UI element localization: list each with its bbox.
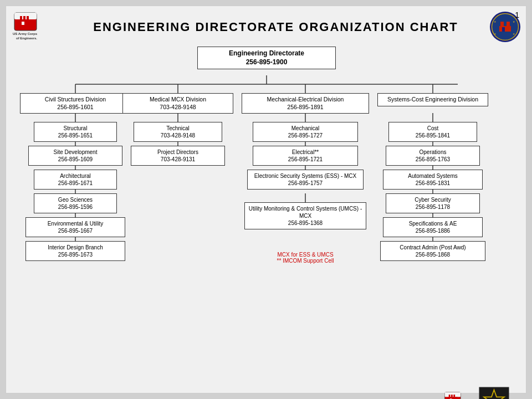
division-systems: Systems-Cost Engineering Division: [377, 93, 488, 106]
svg-rect-3: [23, 16, 25, 19]
footer: US Army Corps of Engineers. U.S.ARMY: [12, 387, 520, 399]
note-line1: MCX for ESS & UMCS: [250, 252, 361, 258]
medical-section-1: Project Directors 703-428-9131: [131, 146, 225, 166]
mechanical-name: Mechanical-Electrical Division: [245, 96, 365, 104]
mcx-note: MCX for ESS & UMCS ** IMCOM Support Cell: [250, 252, 361, 264]
division-mechanical: Mechanical-Electrical Division 256-895-1…: [242, 93, 369, 114]
svg-rect-14: [502, 27, 505, 32]
svg-rect-5: [19, 19, 32, 25]
svg-rect-2: [20, 16, 22, 19]
svg-rect-13: [499, 26, 511, 32]
svg-rect-12: [507, 22, 510, 26]
army-logo-svg: US Army Corps of Engineers.: [12, 12, 50, 42]
svg-rect-11: [500, 22, 504, 26]
army-corps-logo-left: US Army Corps of Engineers.: [12, 12, 50, 42]
sys-section-4: Specifications & AE 256-895-1886: [383, 217, 483, 237]
svg-rect-46: [451, 395, 453, 397]
sys-section-2: Automated Systems 256-895-1831: [383, 170, 483, 190]
svg-rect-44: [445, 392, 461, 397]
mech-section-1: Electrical** 256-895-1721: [253, 146, 358, 166]
civil-phone: 256-895-1601: [24, 104, 127, 111]
svg-rect-6: [22, 22, 24, 25]
svg-rect-48: [448, 397, 457, 399]
svg-rect-45: [449, 395, 451, 397]
civil-section-2: Architectural 256-895-1671: [34, 170, 117, 190]
civil-section-4: Environmental & Utility 256-895-1667: [25, 217, 125, 237]
footer-corps-logo: US Army Corps of Engineers.: [443, 391, 470, 400]
mechanical-phone: 256-895-1891: [245, 104, 365, 111]
division-civil: Civil Structures Division 256-895-1601: [20, 93, 131, 114]
footer-corps-svg: US Army Corps of Engineers.: [443, 391, 470, 400]
medical-section-0: Technical 703-428-9148: [134, 122, 222, 142]
civil-section-5: Interior Design Branch 256-895-1673: [25, 241, 125, 261]
sys-section-0: Cost 256-895-1841: [388, 122, 477, 142]
footer-army-svg: U.S.ARMY: [479, 387, 509, 399]
mech-section-2: Electronic Security Systems (ESS) - MCX …: [247, 170, 364, 190]
org-chart: Engineering Directorate 256-895-1900 Civ…: [12, 47, 521, 385]
svg-rect-47: [453, 395, 455, 397]
systems-name: Systems-Cost Engineering Division: [381, 96, 484, 104]
medical-name: Medical MCX Division: [126, 96, 229, 104]
note-line2: ** IMCOM Support Cell: [250, 258, 361, 264]
sys-section-1: Operations 256-895-1763: [386, 146, 480, 166]
svg-rect-4: [27, 16, 29, 19]
civil-section-3: Geo Sciences 256-895-1596: [34, 193, 117, 213]
svg-text:of Engineers.: of Engineers.: [16, 37, 37, 40]
sys-section-3: Cyber Security 256-895-1178: [386, 193, 480, 213]
civil-name: Civil Structures Division: [24, 96, 127, 104]
mech-section-3: Utility Monitoring & Control Systems (UM…: [244, 202, 366, 229]
page-number: 1: [515, 11, 519, 19]
root-phone: 256-895-1900: [201, 58, 332, 67]
division-medical: Medical MCX Division 703-428-9148: [122, 93, 233, 114]
root-box: Engineering Directorate 256-895-1900: [197, 47, 336, 69]
footer-army-logo: U.S.ARMY: [479, 387, 509, 399]
sys-section-5: Contract Admin (Post Awd) 256-895-1868: [380, 241, 485, 261]
svg-text:US Army Corps: US Army Corps: [13, 32, 38, 35]
civil-section-1: Site Development 256-895-1609: [28, 146, 122, 166]
medical-phone: 703-428-9148: [126, 104, 229, 111]
page: 1 US Army Corps of Engineers. ENGINEERIN…: [6, 6, 526, 393]
civil-section-0: Structural 256-895-1651: [34, 122, 117, 142]
page-title: ENGINEERING DIRECTORATE ORGANIZATION CHA…: [62, 20, 490, 34]
header: US Army Corps of Engineers. ENGINEERING …: [12, 12, 520, 42]
root-name: Engineering Directorate: [201, 49, 332, 58]
mech-section-0: Mechanical 256-895-1727: [253, 122, 358, 142]
